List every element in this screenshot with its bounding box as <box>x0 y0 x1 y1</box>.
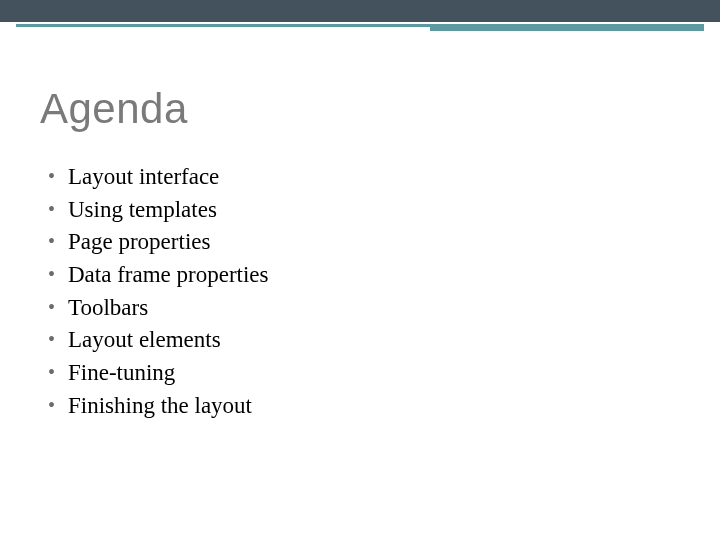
list-item: Layout elements <box>68 324 680 357</box>
list-item: Layout interface <box>68 161 680 194</box>
header-band <box>0 0 720 22</box>
accent-divider <box>0 24 720 30</box>
list-item: Page properties <box>68 226 680 259</box>
list-item: Using templates <box>68 194 680 227</box>
list-item: Toolbars <box>68 292 680 325</box>
list-item: Finishing the layout <box>68 390 680 423</box>
list-item: Data frame properties <box>68 259 680 292</box>
list-item: Fine-tuning <box>68 357 680 390</box>
agenda-list: Layout interface Using templates Page pr… <box>40 161 680 422</box>
slide-title: Agenda <box>40 85 680 133</box>
slide-content: Agenda Layout interface Using templates … <box>0 30 720 422</box>
